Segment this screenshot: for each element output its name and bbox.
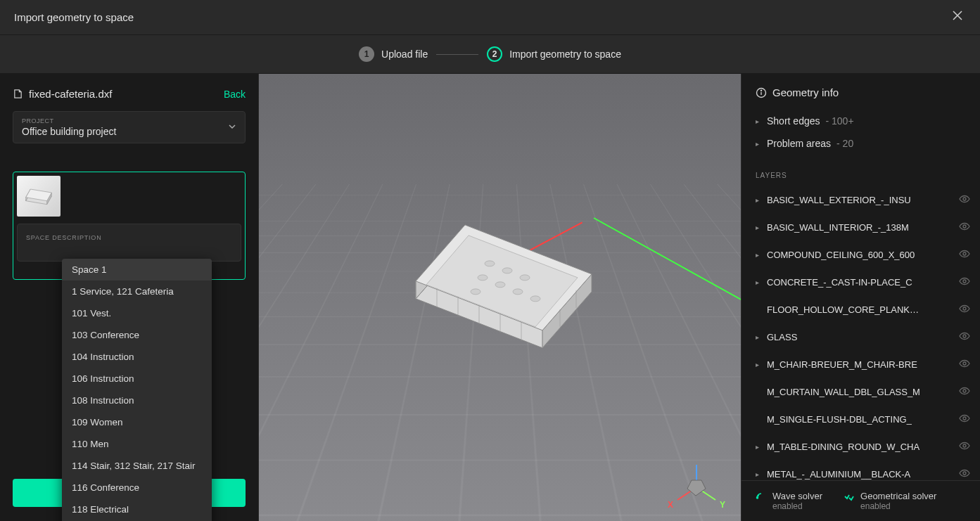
geometry-info-title: Geometry info: [772, 86, 839, 98]
project-select-label: PROJECT: [22, 117, 236, 124]
solver-footer: Wave solver enabled Geometrical solver e…: [742, 480, 980, 521]
left-panel: fixed-cafeteria.dxf Back PROJECT Office …: [0, 74, 259, 521]
layer-row[interactable]: M_CURTAIN_WALL_DBL_GLASS_M: [756, 378, 970, 406]
gizmo-x-label: X: [668, 500, 673, 510]
layer-row[interactable]: ▸COMPOUND_CEILING_600_X_600: [756, 241, 970, 269]
svg-point-36: [963, 225, 966, 228]
info-icon: [756, 87, 767, 98]
right-panel: Geometry info ▸ Short edges - 100+ ▸ Pro…: [741, 74, 980, 521]
space-dropdown[interactable]: Space 11 Service, 121 Cafeteria101 Vest.…: [62, 259, 212, 521]
svg-marker-31: [687, 480, 706, 496]
space-description-input[interactable]: SPACE DESCRIPTION: [17, 224, 241, 262]
layer-row[interactable]: ▸CONCRETE_-_CAST-IN-PLACE_C: [756, 269, 970, 296]
layer-row[interactable]: ▸METAL_-_ALUMINIUM__BLACK-A: [756, 461, 970, 480]
caret-right-icon: ▸: [756, 117, 761, 125]
svg-point-44: [963, 444, 966, 447]
dropdown-item[interactable]: 110 Men: [62, 433, 212, 455]
problem-areas-count: - 20: [836, 138, 853, 149]
step-upload-file[interactable]: 1 Upload file: [359, 46, 428, 62]
layer-row[interactable]: M_SINGLE-FLUSH-DBL_ACTING_: [756, 406, 970, 433]
wave-solver-sub: enabled: [772, 501, 822, 511]
caret-right-icon: ▸: [756, 224, 761, 231]
layer-name: COMPOUND_CEILING_600_X_600: [767, 250, 915, 260]
layer-name: FLOOR_HOLLOW_CORE_PLANK_-_: [767, 304, 922, 315]
svg-point-46: [757, 497, 758, 499]
caret-right-icon: ▸: [756, 361, 761, 368]
back-link[interactable]: Back: [224, 89, 246, 100]
svg-point-17: [530, 296, 540, 302]
visibility-toggle-icon[interactable]: [959, 276, 970, 289]
problem-areas-row[interactable]: ▸ Problem areas - 20: [756, 132, 966, 155]
step-2-circle: 2: [487, 46, 502, 62]
visibility-toggle-icon[interactable]: [959, 303, 970, 316]
svg-point-41: [963, 362, 966, 365]
dropdown-item[interactable]: 116 Conference: [62, 477, 212, 499]
dropdown-item[interactable]: 109 Women: [62, 411, 212, 433]
close-button[interactable]: [949, 7, 966, 27]
visibility-toggle-icon[interactable]: [959, 468, 970, 480]
visibility-toggle-icon[interactable]: [959, 440, 970, 454]
layer-name: M_CHAIR-BREUER_M_CHAIR-BRE: [767, 359, 917, 370]
visibility-toggle-icon[interactable]: [959, 221, 970, 234]
space-desc-label: SPACE DESCRIPTION: [26, 234, 232, 241]
wave-solver-status: Wave solver enabled: [756, 491, 822, 511]
dropdown-item[interactable]: 106 Instruction: [62, 368, 212, 390]
visibility-toggle-icon[interactable]: [959, 330, 970, 344]
dropdown-item[interactable]: 108 Instruction: [62, 390, 212, 411]
caret-right-icon: ▸: [756, 443, 761, 451]
geometry-model[interactable]: [388, 207, 613, 371]
step-import-geometry[interactable]: 2 Import geometry to space: [487, 46, 621, 62]
layer-row[interactable]: ▸BASIC_WALL_INTERIOR_-_138M: [756, 214, 970, 241]
visibility-toggle-icon[interactable]: [959, 413, 970, 426]
layer-row[interactable]: ▸M_CHAIR-BREUER_M_CHAIR-BRE: [756, 351, 970, 378]
dropdown-item[interactable]: 104 Instruction: [62, 346, 212, 368]
dropdown-item[interactable]: 103 Conference: [62, 324, 212, 346]
svg-point-38: [963, 280, 966, 283]
svg-point-39: [963, 307, 966, 310]
stepper: 1 Upload file 2 Import geometry to space: [0, 35, 980, 74]
step-1-circle: 1: [359, 46, 374, 62]
dropdown-item[interactable]: 1 Service, 121 Cafeteria: [62, 281, 212, 302]
project-select-value: Office building project: [22, 126, 236, 137]
layer-row[interactable]: FLOOR_HOLLOW_CORE_PLANK_-_: [756, 296, 970, 323]
close-icon: [952, 10, 963, 21]
visibility-toggle-icon[interactable]: [959, 385, 970, 399]
geo-solver-title: Geometrical solver: [860, 491, 936, 501]
step-2-label: Import geometry to space: [509, 49, 621, 60]
layer-row[interactable]: ▸M_TABLE-DINING_ROUND_W_CHA: [756, 433, 970, 461]
project-select[interactable]: PROJECT Office building project: [13, 111, 246, 143]
visibility-toggle-icon[interactable]: [959, 193, 970, 207]
layer-row[interactable]: ▸BASIC_WALL_EXTERIOR_-_INSU: [756, 186, 970, 214]
visibility-toggle-icon[interactable]: [959, 358, 970, 371]
svg-point-11: [485, 261, 495, 266]
wave-icon: [756, 492, 767, 506]
svg-point-16: [513, 289, 523, 295]
file-icon: [13, 89, 23, 99]
dropdown-item[interactable]: Space 1: [62, 259, 212, 281]
3d-viewport[interactable]: X Y Z: [259, 74, 741, 521]
dropdown-item[interactable]: 114 Stair, 312 Stair, 217 Stair: [62, 455, 212, 477]
filename-row: fixed-cafeteria.dxf: [13, 88, 112, 100]
problem-areas-label: Problem areas: [767, 138, 831, 149]
step-1-label: Upload file: [381, 49, 428, 60]
layer-name: BASIC_WALL_EXTERIOR_-_INSU: [767, 195, 911, 205]
svg-point-35: [963, 198, 966, 200]
svg-point-43: [963, 417, 966, 420]
caret-right-icon: ▸: [756, 333, 761, 341]
geo-solver-sub: enabled: [860, 501, 936, 511]
layer-name: BASIC_WALL_INTERIOR_-_138M: [767, 222, 909, 233]
orientation-gizmo[interactable]: X Y Z: [672, 459, 721, 508]
svg-point-37: [963, 252, 966, 255]
dropdown-item[interactable]: 118 Electrical: [62, 499, 212, 520]
wave-solver-title: Wave solver: [772, 491, 822, 501]
check-branch-icon: [844, 492, 855, 506]
step-connector: [436, 54, 478, 55]
visibility-toggle-icon[interactable]: [959, 248, 970, 262]
layer-row[interactable]: ▸GLASS: [756, 323, 970, 351]
short-edges-row[interactable]: ▸ Short edges - 100+: [756, 110, 966, 132]
layer-name: M_SINGLE-FLUSH-DBL_ACTING_: [767, 414, 912, 425]
layer-name: GLASS: [767, 332, 797, 342]
dropdown-item[interactable]: 101 Vest.: [62, 302, 212, 324]
svg-point-15: [495, 282, 505, 288]
layers-list[interactable]: ▸BASIC_WALL_EXTERIOR_-_INSU▸BASIC_WALL_I…: [742, 186, 980, 480]
